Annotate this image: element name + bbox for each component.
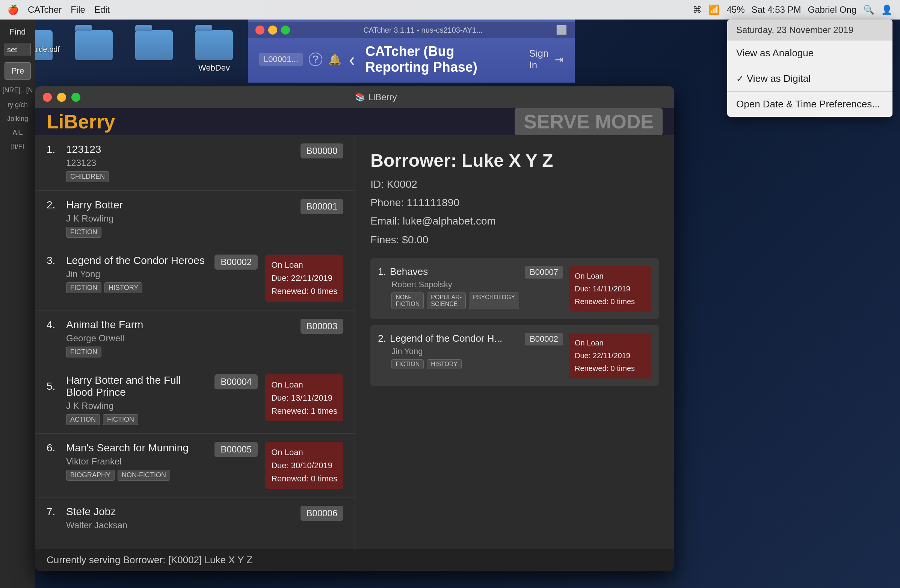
borrowed-book-2[interactable]: 2. Legend of the Condor H... Jin Yong FI… <box>370 325 659 386</box>
folder-webdev-label: WebDev <box>198 63 230 73</box>
borrowed-book-author-1: Robert Sapolsky <box>391 280 519 289</box>
app-menu-item[interactable]: CATcher <box>28 5 62 15</box>
borrowed-book-id-2: B00002 <box>525 333 563 345</box>
tag-popscience-b1: POPULAR-SCIENCE <box>427 292 466 309</box>
book-author-1: 123123 <box>66 158 293 168</box>
tag-action-5: ACTION <box>66 414 100 425</box>
clock-dropdown-menu[interactable]: Saturday, 23 November 2019 View as Analo… <box>727 20 892 117</box>
sidebar-text-1: [NRE]...[N <box>2 86 33 95</box>
battery-indicator: 45% <box>726 5 745 15</box>
dropdown-open-prefs[interactable]: Open Date & Time Preferences... <box>727 91 892 117</box>
sidebar-pre-button[interactable]: Pre <box>5 62 31 80</box>
minimize-button[interactable] <box>268 26 277 34</box>
notification-icon[interactable]: 🔔 <box>328 53 341 66</box>
folder-icon-3 <box>135 30 173 60</box>
book-item-6[interactable]: 6. Man's Search for Munning Viktor Frank… <box>35 434 355 498</box>
status-bar: Currently serving Borrower: [K0002] Luke… <box>35 549 674 571</box>
expand-icon[interactable]: ⬜ <box>556 25 567 35</box>
catcher-back-button[interactable]: ‹ <box>349 49 355 70</box>
liberry-minimize[interactable] <box>57 93 66 102</box>
book-item-5[interactable]: 5. Harry Botter and the Full Blood Princ… <box>35 366 355 434</box>
open-prefs-label: Open Date & Time Preferences... <box>736 98 880 110</box>
tag-history-b2: HISTORY <box>427 359 462 369</box>
book-number-7: 7. <box>47 506 62 518</box>
book-author-3: Jin Yong <box>66 269 207 279</box>
book-info-7: 7. Stefe Jobz Walter Jacksan <box>47 506 293 534</box>
folder-2[interactable] <box>75 30 113 73</box>
book-tags-4: FICTION <box>66 347 293 357</box>
book-item-2[interactable]: 2. Harry Botter J K Rowling FICTION B000… <box>35 191 355 246</box>
user-avatar[interactable]: 👤 <box>881 5 892 15</box>
borrower-id: ID: K0002 <box>370 177 659 192</box>
loan-text-6: On LoanDue: 30/10/2019Renewed: 0 times <box>271 446 337 486</box>
dropdown-date-header: Saturday, 23 November 2019 <box>727 20 892 40</box>
book-author-4: George Orwell <box>66 333 293 344</box>
loan-status-6: On LoanDue: 30/10/2019Renewed: 0 times <box>265 442 343 489</box>
sidebar-text-3: Jolking <box>7 115 28 123</box>
liberry-maximize[interactable] <box>71 93 81 102</box>
dropdown-view-analogue[interactable]: View as Analogue <box>727 40 892 66</box>
folder-webdev[interactable]: WebDev <box>196 30 233 73</box>
help-icon[interactable]: ? <box>309 53 322 66</box>
apple-menu[interactable]: 🍎 <box>8 5 19 15</box>
borrowed-book-title-1: Behaves <box>390 266 428 277</box>
folder-3[interactable] <box>135 30 173 73</box>
book-item-7[interactable]: 7. Stefe Jobz Walter Jacksan B00006 <box>35 498 355 542</box>
menubar: 🍎 CATcher File Edit ⌘ 📶 45% Sat 4:53 PM … <box>0 0 900 20</box>
book-item-1[interactable]: 1. 123123 123123 CHILDREN B00000 <box>35 135 355 191</box>
loan-status-5: On LoanDue: 13/11/2019Renewed: 1 times <box>265 374 343 422</box>
borrowed-book-num-2: 2. <box>378 333 386 344</box>
book-tags-5: ACTION FICTION <box>66 414 207 425</box>
book-author-5: J K Rowling <box>66 401 207 411</box>
book-list-panel[interactable]: 1. 123123 123123 CHILDREN B00000 2. Harr… <box>35 135 355 571</box>
book-author-7: Walter Jacksan <box>66 520 293 531</box>
liberry-close[interactable] <box>43 93 52 102</box>
sidebar-search-input[interactable] <box>5 43 31 56</box>
liberry-title-icon: 📚 <box>355 92 365 102</box>
book-number-3: 3. <box>47 255 62 266</box>
sign-in-button[interactable]: Sign In <box>529 48 549 71</box>
book-number-4: 4. <box>47 319 62 331</box>
tag-fiction-b2: FICTION <box>391 359 424 369</box>
borrowed-book-1[interactable]: 1. Behaves Robert Sapolsky NON-FICTION P… <box>370 258 659 319</box>
expand-window-icon[interactable]: ⇥ <box>555 53 563 66</box>
borrower-name: Borrower: Luke X Y Z <box>370 150 659 171</box>
book-author-6: Viktor Frankel <box>66 456 207 467</box>
book-id-7: B00006 <box>301 506 344 521</box>
borrowed-book-tags-2: FICTION HISTORY <box>391 359 519 369</box>
book-info-3: 3. Legend of the Condor Heroes Jin Yong … <box>47 255 207 293</box>
clock-display[interactable]: Sat 4:53 PM <box>752 5 801 15</box>
book-id-1: B00000 <box>301 144 344 158</box>
tag-nonfiction-b1: NON-FICTION <box>391 292 424 309</box>
loan-status-3: On LoanDue: 22/11/2019Renewed: 0 times <box>265 255 343 302</box>
user-name[interactable]: Gabriel Ong <box>808 5 857 15</box>
wifi-icon[interactable]: 📶 <box>708 5 720 15</box>
close-button[interactable] <box>255 26 264 34</box>
liberry-window: 📚 LiBerry LiBerry SERVE MODE 1. 123123 1… <box>35 87 674 571</box>
book-number-6: 6. <box>47 442 62 454</box>
borrowed-book-id-1: B00007 <box>525 266 563 279</box>
sidebar-find-label: Find <box>10 27 26 37</box>
book-author-2: J K Rowling <box>66 213 293 224</box>
book-item-3[interactable]: 3. Legend of the Condor Heroes Jin Yong … <box>35 246 355 311</box>
logo-li: Li <box>47 111 64 133</box>
maximize-button[interactable] <box>281 26 290 34</box>
book-id-3: B00002 <box>214 255 258 269</box>
book-tags-3: FICTION HISTORY <box>66 282 207 293</box>
catcher-app-title: CATcher (Bug Reporting Phase) <box>366 43 522 75</box>
edit-menu[interactable]: Edit <box>94 5 110 15</box>
liberry-main-content: 1. 123123 123123 CHILDREN B00000 2. Harr… <box>35 135 674 571</box>
search-icon[interactable]: 🔍 <box>863 5 874 15</box>
dropdown-view-digital[interactable]: ✓ View as Digital <box>727 66 892 91</box>
borrowed-book-info-1: 1. Behaves Robert Sapolsky NON-FICTION P… <box>378 266 519 309</box>
bluetooth-icon[interactable]: ⌘ <box>693 5 702 15</box>
book-tags-1: CHILDREN <box>66 171 293 182</box>
tag-fiction-5: FICTION <box>103 414 138 425</box>
borrower-email: Email: luke@alphabet.com <box>370 214 659 228</box>
book-item-4[interactable]: 4. Animal the Farm George Orwell FICTION… <box>35 311 355 366</box>
tag-psychology-b1: PSYCHOLOGY <box>469 292 519 309</box>
borrowed-book-author-2: Jin Yong <box>391 347 519 356</box>
file-menu[interactable]: File <box>71 5 85 15</box>
book-title-1: 123123 <box>66 144 101 155</box>
tag-fiction-2: FICTION <box>66 227 101 238</box>
